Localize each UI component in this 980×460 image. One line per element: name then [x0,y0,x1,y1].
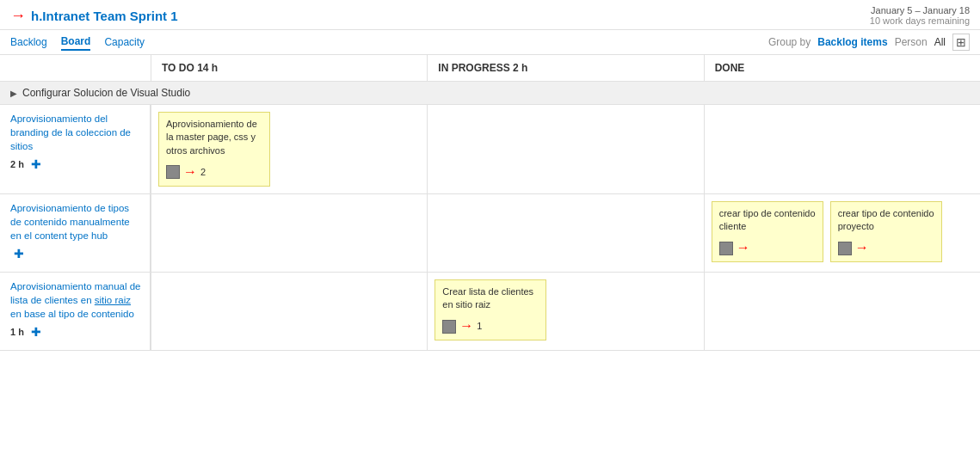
board-columns-header: TO DO 14 h IN PROGRESS 2 h DONE [0,55,980,82]
nav-bar: Backlog Board Capacity Group by Backlog … [0,30,980,55]
task-count-1: 2 [200,166,206,179]
tab-board[interactable]: Board [61,34,91,51]
item2-done-cell: crear tipo de contenido cliente → crear … [704,194,980,272]
task-avatar-2 [719,242,733,255]
column-header-todo: TO DO 14 h [151,55,427,81]
item2-title: Aprovisionamiento de tipos de contenido … [10,201,143,242]
sprint-title: h.Intranet Team Sprint 1 [31,9,178,23]
item3-title: Aprovisionamiento manual de lista de cli… [10,279,143,321]
task-card-lista-clientes[interactable]: Crear lista de clientes en sitio raiz → … [435,279,546,340]
backlog-item-label-2: Aprovisionamiento de tipos de contenido … [0,194,151,272]
tab-capacity[interactable]: Capacity [104,34,145,50]
task-count-4: 1 [477,320,482,333]
col-todo-hours: 14 h [197,62,218,74]
item1-todo-cards: Aprovisionamiento de la master page, css… [158,112,420,187]
task-avatar-4 [442,320,456,334]
task-title-lista-clientes: Crear lista de clientes en sitio raiz [442,285,539,312]
item3-hours-row: 1 h ✚ [10,324,143,341]
header: → h.Intranet Team Sprint 1 January 5 – J… [0,0,980,30]
col-done-label: DONE [715,62,745,74]
item1-title-link[interactable]: Aprovisionamiento del branding de la col… [10,113,131,151]
task-avatar-1 [166,165,180,179]
arrow-icon-4: → [459,316,473,335]
item2-inprogress-cell [427,194,703,272]
column-header-done: DONE [704,55,980,81]
group-header-configurar: ▶ Configurar Solucion de Visual Studio [0,82,980,105]
item3-done-cell [704,273,980,350]
task-title-contenido-proyecto: crear tipo de contenido proyecto [838,207,934,234]
task-card-master-page[interactable]: Aprovisionamiento de la master page, css… [158,112,270,187]
sprint-remaining: 10 work days remaining [870,15,970,26]
row-label-spacer [0,55,151,81]
item1-hours-row: 2 h ✚ [10,156,143,174]
item2-add-icon[interactable]: ✚ [14,246,24,263]
item1-hours: 2 h [10,158,24,171]
back-arrow-icon[interactable]: → [10,7,26,25]
sprint-info: January 5 – January 18 10 work days rema… [870,5,970,26]
item3-todo-cell [151,273,427,350]
task-card-contenido-proyecto[interactable]: crear tipo de contenido proyecto → [830,201,942,262]
item1-add-icon[interactable]: ✚ [31,156,41,174]
task-footer-contenido-proyecto: → [838,238,934,257]
item3-title-link[interactable]: Aprovisionamiento manual de lista de cli… [10,281,141,319]
item1-inprogress-cell [427,105,703,193]
item1-title: Aprovisionamiento del branding de la col… [10,112,143,153]
column-header-inprogress: IN PROGRESS 2 h [427,55,703,81]
backlog-item-label-3: Aprovisionamiento manual de lista de cli… [0,273,151,350]
item1-todo-cell: Aprovisionamiento de la master page, css… [151,105,427,193]
arrow-icon-3: → [855,238,869,257]
item1-done-cell [704,105,980,193]
task-footer-lista-clientes: → 1 [442,316,539,335]
backlog-row-item1: Aprovisionamiento del branding de la col… [0,105,980,194]
item3-hours: 1 h [10,326,24,339]
arrow-icon-1: → [183,163,197,181]
expand-icon[interactable]: ⊞ [952,34,970,51]
col-todo-label: TO DO [162,62,197,74]
item2-hours-row: ✚ [10,246,143,263]
group-header-label: Configurar Solucion de Visual Studio [22,87,190,99]
task-footer-contenido-cliente: → [719,238,816,257]
task-title-contenido-cliente: crear tipo de contenido cliente [719,207,816,234]
backlog-row-item3: Aprovisionamiento manual de lista de cli… [0,273,980,351]
col-inprogress-hours: 2 h [513,62,527,74]
tab-backlog[interactable]: Backlog [10,34,47,50]
task-footer-master-page: → 2 [166,163,262,181]
item3-inprogress-cell: Crear lista de clientes en sitio raiz → … [427,273,703,350]
item2-title-link[interactable]: Aprovisionamiento de tipos de contenido … [10,203,130,241]
item3-inprogress-cards: Crear lista de clientes en sitio raiz → … [435,279,696,340]
item2-done-cards: crear tipo de contenido cliente → crear … [712,201,973,262]
task-avatar-3 [838,242,852,255]
item2-todo-cell [151,194,427,272]
item3-add-icon[interactable]: ✚ [31,324,41,341]
col-inprogress-label: IN PROGRESS [438,62,513,74]
nav-right: Group by Backlog items Person All ⊞ [768,34,970,51]
task-title-master-page: Aprovisionamiento de la master page, css… [166,118,262,157]
nav-tabs: Backlog Board Capacity [10,34,145,51]
person-label: Person [895,36,928,48]
backlog-row-item2: Aprovisionamiento de tipos de contenido … [0,194,980,273]
task-card-contenido-cliente[interactable]: crear tipo de contenido cliente → [712,201,823,262]
group-collapse-icon[interactable]: ▶ [10,89,17,98]
arrow-icon-2: → [737,238,750,257]
backlog-item-label-1: Aprovisionamiento del branding de la col… [0,105,151,193]
header-title: → h.Intranet Team Sprint 1 [10,7,178,25]
person-all[interactable]: All [934,36,946,48]
sprint-dates: January 5 – January 18 [870,5,970,15]
group-by-label: Group by [768,36,811,48]
group-by-value[interactable]: Backlog items [817,36,887,48]
